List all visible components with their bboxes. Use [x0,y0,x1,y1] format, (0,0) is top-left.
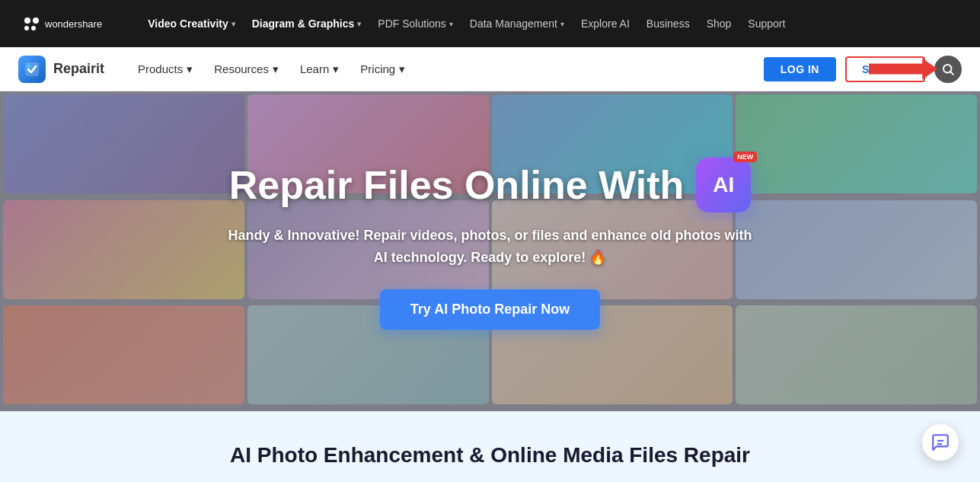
ai-badge: AI NEW [696,158,751,212]
hero-title-row: Repair Files Online With AI NEW [229,158,752,212]
bg-tile [3,305,244,404]
bg-tile [3,200,244,299]
chevron-down-icon: ▾ [273,62,279,76]
sec-nav-learn[interactable]: Learn ▾ [291,58,348,81]
top-nav-item-shop[interactable]: Shop [701,14,738,33]
chat-support-button[interactable] [922,424,959,461]
repairit-brand[interactable]: Repairit [18,56,104,83]
sec-nav-resources[interactable]: Resources ▾ [205,58,288,81]
sec-nav-pricing[interactable]: Pricing ▾ [351,58,414,81]
bottom-section-title: AI Photo Enhancement & Online Media File… [230,443,750,468]
login-button[interactable]: LOG IN [764,57,836,81]
chevron-down-icon: ▾ [449,20,453,28]
bg-tile [736,94,977,193]
top-nav-item-business[interactable]: Business [640,14,696,33]
chevron-down-icon: ▾ [560,20,564,28]
logo-dot-3 [24,26,29,30]
chevron-down-icon: ▾ [357,20,361,28]
svg-line-3 [950,72,953,74]
top-nav-item-video-creativity[interactable]: Video Creativity ▾ [142,14,241,33]
chevron-down-icon: ▾ [333,62,339,76]
hero-section: Repair Files Online With AI NEW Handy & … [0,91,980,411]
hero-subtitle: Handy & Innovative! Repair videos, photo… [224,225,757,269]
bottom-section: AI Photo Enhancement & Online Media File… [0,411,980,482]
brand-logo[interactable]: wondershare [24,18,102,30]
hero-title: Repair Files Online With [229,162,685,208]
logo-dot-2 [33,18,39,24]
new-badge: NEW [733,152,757,162]
chevron-down-icon: ▾ [399,62,405,76]
repairit-icon [18,56,46,83]
secondary-navigation: Repairit Products ▾ Resources ▾ Learn ▾ … [0,47,980,91]
top-nav-item-data-management[interactable]: Data Management ▾ [464,14,570,33]
bg-tile [3,94,244,193]
search-button[interactable] [934,56,962,83]
chevron-down-icon: ▾ [187,62,193,76]
sec-nav-products[interactable]: Products ▾ [129,58,202,81]
brand-name: wondershare [45,18,102,30]
top-nav-item-diagram-graphics[interactable]: Diagram & Graphics ▾ [246,14,368,33]
top-nav-item-explore-ai[interactable]: Explore AI [575,14,636,33]
top-nav-item-pdf-solutions[interactable]: PDF Solutions ▾ [372,14,458,33]
logo-dot-4 [31,26,36,30]
logo-dot-1 [24,18,30,24]
signup-button[interactable]: SIGN UP [845,56,925,82]
chevron-down-icon: ▾ [231,20,235,28]
bg-tile [736,200,977,299]
logo-icon [24,18,39,30]
repairit-name: Repairit [53,61,104,77]
sec-nav-actions: LOG IN SIGN UP [764,56,962,83]
top-navigation: wondershare Video Creativity ▾ Diagram &… [0,0,980,47]
top-nav-links: Video Creativity ▾ Diagram & Graphics ▾ … [142,14,956,33]
sec-nav-links: Products ▾ Resources ▾ Learn ▾ Pricing ▾ [129,58,764,81]
svg-point-1 [27,64,31,68]
bg-tile [736,305,977,404]
svg-rect-0 [25,62,39,76]
top-nav-item-support[interactable]: Support [742,14,791,33]
try-ai-button[interactable]: Try AI Photo Repair Now [380,289,600,330]
